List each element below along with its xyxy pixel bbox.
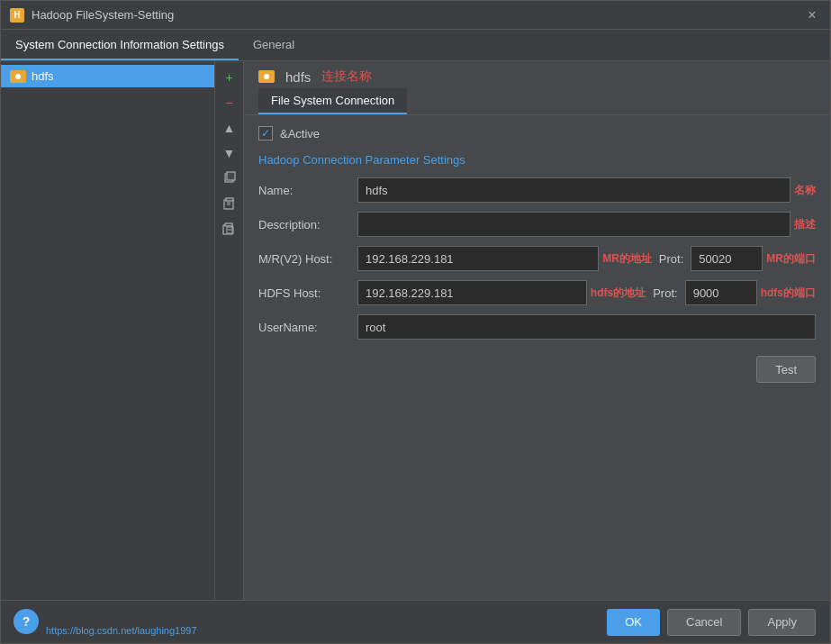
desc-input[interactable] bbox=[357, 212, 790, 237]
paste1-icon bbox=[222, 196, 237, 211]
svg-rect-3 bbox=[226, 198, 233, 201]
active-row: &Active bbox=[258, 126, 816, 141]
apply-button[interactable]: Apply bbox=[748, 609, 816, 636]
paste2-icon bbox=[222, 222, 237, 236]
mr-host-row: M/R(V2) Host: MR的地址 Prot: MR的端口 bbox=[258, 246, 816, 271]
sub-tab-filesystem[interactable]: File System Connection bbox=[258, 88, 407, 114]
bottom-bar: OK Cancel Apply bbox=[1, 600, 830, 643]
svg-rect-7 bbox=[225, 223, 232, 226]
mr-host-input[interactable] bbox=[357, 246, 599, 271]
tree-area: hdfs bbox=[1, 61, 214, 600]
active-checkbox[interactable] bbox=[258, 126, 273, 141]
conn-header: hdfs 连接名称 bbox=[244, 61, 830, 88]
hdfs-host-input[interactable] bbox=[357, 280, 587, 305]
username-row: UserName: bbox=[258, 314, 816, 340]
add-button[interactable]: + bbox=[219, 67, 240, 88]
side-toolbar: + − ▲ ▼ bbox=[214, 61, 243, 600]
sub-tab-row: File System Connection bbox=[244, 88, 830, 115]
desc-label: Description: bbox=[258, 218, 357, 231]
name-input[interactable] bbox=[357, 177, 790, 203]
left-panel: hdfs + − ▲ ▼ bbox=[1, 61, 244, 600]
menu-bar: System Connection Information Settings G… bbox=[1, 30, 830, 61]
mr-host-label: M/R(V2) Host: bbox=[258, 252, 357, 266]
section-title: Hadoop Connection Parameter Settings bbox=[258, 153, 816, 167]
name-label: Name: bbox=[258, 184, 357, 197]
conn-hint-label: 连接名称 bbox=[321, 68, 372, 85]
username-label: UserName: bbox=[258, 321, 357, 334]
cancel-button[interactable]: Cancel bbox=[667, 609, 741, 636]
hdfs-host-fields: hdfs的地址 Prot: hdfs的端口 bbox=[357, 280, 816, 305]
window-title: Hadoop FileSystem-Setting bbox=[32, 8, 803, 22]
tab-general[interactable]: General bbox=[239, 30, 309, 60]
bottom-left-area: ? bbox=[14, 609, 39, 634]
svg-rect-1 bbox=[227, 172, 235, 180]
move-down-button[interactable]: ▼ bbox=[219, 142, 240, 164]
hdfs-host-row: HDFS Host: hdfs的地址 Prot: hdfs的端口 bbox=[258, 280, 816, 305]
desc-hint: 描述 bbox=[794, 217, 816, 232]
paste-button-1[interactable] bbox=[219, 193, 240, 214]
main-window: H Hadoop FileSystem-Setting × System Con… bbox=[0, 0, 831, 644]
close-button[interactable]: × bbox=[803, 6, 821, 24]
mr-port-label: Prot: bbox=[659, 252, 683, 266]
help-button[interactable]: ? bbox=[14, 609, 39, 634]
remove-button[interactable]: − bbox=[219, 92, 240, 113]
username-input[interactable] bbox=[357, 314, 816, 340]
conn-name-label: hdfs bbox=[285, 69, 311, 85]
conn-hadoop-icon bbox=[258, 70, 275, 83]
paste-button-2[interactable] bbox=[219, 218, 240, 240]
name-row: Name: 名称 bbox=[258, 177, 816, 203]
hdfs-host-label: HDFS Host: bbox=[258, 286, 357, 300]
mr-host-fields: MR的地址 Prot: MR的端口 bbox=[357, 246, 816, 271]
content-area: hdfs + − ▲ ▼ bbox=[1, 61, 830, 600]
right-panel: hdfs 连接名称 File System Connection &Active… bbox=[244, 61, 830, 600]
hadoop-icon bbox=[10, 70, 26, 83]
copy-icon bbox=[222, 171, 237, 186]
ok-button[interactable]: OK bbox=[607, 609, 660, 636]
hdfs-port-label: Prot: bbox=[653, 286, 677, 300]
tree-item-label: hdfs bbox=[32, 69, 54, 83]
hdfs-port-input[interactable] bbox=[685, 280, 757, 305]
tree-item-hdfs[interactable]: hdfs bbox=[1, 65, 214, 87]
name-hint: 名称 bbox=[794, 183, 816, 198]
footer-link: https://blog.csdn.net/laughing1997 bbox=[46, 625, 197, 636]
mr-port-hint: MR的端口 bbox=[766, 251, 816, 267]
mr-port-input[interactable] bbox=[691, 246, 763, 271]
form-area: &Active Hadoop Connection Parameter Sett… bbox=[244, 115, 830, 600]
active-label: &Active bbox=[280, 127, 320, 141]
hdfs-tree-icon bbox=[10, 70, 26, 83]
test-btn-area: Test bbox=[258, 349, 816, 390]
tab-system-connection[interactable]: System Connection Information Settings bbox=[1, 30, 239, 60]
hdfs-port-hint: hdfs的端口 bbox=[761, 286, 816, 301]
mr-host-hint: MR的地址 bbox=[602, 251, 652, 267]
title-bar: H Hadoop FileSystem-Setting × bbox=[1, 1, 830, 30]
app-icon: H bbox=[10, 8, 24, 23]
desc-row: Description: 描述 bbox=[258, 212, 816, 237]
hdfs-host-hint: hdfs的地址 bbox=[591, 286, 646, 301]
copy-button[interactable] bbox=[219, 168, 240, 189]
move-up-button[interactable]: ▲ bbox=[219, 117, 240, 139]
test-button[interactable]: Test bbox=[756, 356, 816, 383]
